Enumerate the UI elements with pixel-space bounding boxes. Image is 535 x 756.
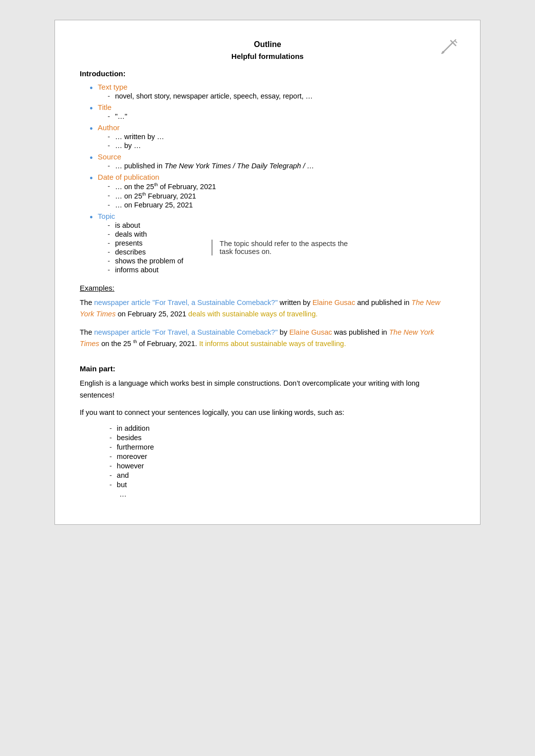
sub-item-text: … on 25th February, 2021 [115,192,196,200]
dash: - [109,424,112,432]
dash: - [107,192,110,200]
example-author-1: Elaine Gusac [313,299,355,306]
list-item: - however [109,462,455,470]
list-item: - and [109,471,455,479]
sub-item-text: is about [115,221,140,229]
title-label: Title [98,103,111,111]
dash: - [109,471,112,479]
list-item: - but [109,481,455,489]
linking-word: furthermore [117,443,154,451]
linking-word: and [117,471,129,479]
dash: - [109,434,112,442]
list-item: • Topic - is about - deals with [90,212,455,275]
bullet-dot: • [90,103,93,114]
list-item: - informs about [107,266,207,274]
sub-item-text: shows the problem of [115,257,183,265]
example-article-ref: newspaper article "For Travel, a Sustain… [94,299,278,306]
author-label: Author [98,123,119,132]
list-item: - … on 25th February, 2021 [107,192,216,200]
edit-icon[interactable] [439,38,458,56]
sub-item-text: informs about [115,266,159,274]
list-item: - … published in The New York Times / Th… [107,162,314,170]
sub-item-text: … on February 25, 2021 [115,201,193,209]
dash: - [107,221,110,229]
sub-item-text: … on the 25th of February, 2021 [115,182,216,191]
list-item: • Text type - novel, short story, newspa… [90,83,455,101]
topic-note: The topic should refer to the aspects th… [212,240,350,255]
dash: - [107,257,110,265]
list-item: - besides [109,434,455,442]
example-author-2: Elaine Gusac [289,328,332,336]
subtitle: Helpful formulations [80,52,455,60]
main-part-para-2: If you want to connect your sentences lo… [80,407,455,418]
topic-container: - is about - deals with - presents [98,220,350,275]
list-item: • Date of publication - … on the 25th of… [90,173,455,210]
sub-item-text: describes [115,248,146,256]
list-item: - … by … [107,142,164,150]
list-item: … [109,490,455,498]
list-item: - in addition [109,424,455,432]
dash: - [107,112,110,120]
list-item: - … written by … [107,133,164,141]
sub-item-text: deals with [115,230,147,238]
linking-word: moreover [117,453,147,460]
main-part-para-1: English is a language which works best i… [80,378,455,401]
title-section: Outline Helpful formulations [80,40,455,60]
svg-line-0 [443,43,453,52]
example-topic-sentence-2: It informs about sustainable ways of tra… [199,340,346,348]
list-item: • Title - "…" [90,103,455,121]
sub-item-text: … published in The New York Times / The … [115,162,314,170]
text-type-subitems: - novel, short story, newspaper article,… [107,92,313,100]
source-label: Source [98,152,121,161]
dash: - [107,266,110,274]
topic-label: Topic [98,212,115,220]
introduction-heading: Introduction: [80,69,455,78]
list-item: - novel, short story, newspaper article,… [107,92,313,100]
list-item: - … on February 25, 2021 [107,201,216,209]
main-part-heading: Main part: [80,364,455,373]
list-item: - furthermore [109,443,455,451]
dash: - [109,443,112,451]
sub-item-text: … by … [115,142,141,150]
dash: - [107,230,110,238]
source-subitems: - … published in The New York Times / Th… [107,162,314,170]
sub-item-text: novel, short story, newspaper article, s… [115,92,313,100]
dash: - [109,462,112,470]
linking-words-list: - in addition - besides - furthermore - … [109,424,455,498]
example-paragraph-2: The newspaper article "For Travel, a Sus… [80,327,455,350]
dash: - [107,201,110,209]
dash: - [109,481,112,489]
example-paragraph-1: The newspaper article "For Travel, a Sus… [80,297,455,320]
bullet-dot: • [90,83,93,94]
title-subitems: - "…" [107,112,127,120]
sub-item-text: … written by … [115,133,164,141]
bullet-dot: • [90,123,93,135]
list-item: - "…" [107,112,127,120]
bullet-dot: • [90,212,93,223]
dash: - [109,453,112,460]
linking-word: but [117,481,127,489]
dash: - [107,182,110,190]
author-subitems: - … written by … - … by … [107,133,164,150]
list-item: - is about [107,221,207,229]
list-item: - … on the 25th of February, 2021 [107,182,216,191]
list-item: - shows the problem of [107,257,207,265]
list-item: • Author - … written by … - … by … [90,123,455,151]
dash: - [107,142,110,150]
date-subitems: - … on the 25th of February, 2021 - … on… [107,182,216,209]
list-item: - moreover [109,453,455,460]
page: Outline Helpful formulations Introductio… [54,20,481,525]
main-part-section: Main part: English is a language which w… [80,364,455,498]
sub-item-text: "…" [115,112,127,120]
dash: - [107,248,110,256]
linking-word: besides [117,434,142,442]
linking-word: in addition [117,424,150,432]
bullet-dot: • [90,173,93,184]
list-item: - describes [107,248,207,256]
linking-word-ellipsis: … [119,490,127,498]
linking-word: however [117,462,144,470]
example-topic-sentence-1: deals with sustainable ways of travellin… [188,310,318,318]
text-type-label: Text type [98,83,127,91]
svg-line-3 [455,41,457,43]
list-item: - deals with [107,230,207,238]
